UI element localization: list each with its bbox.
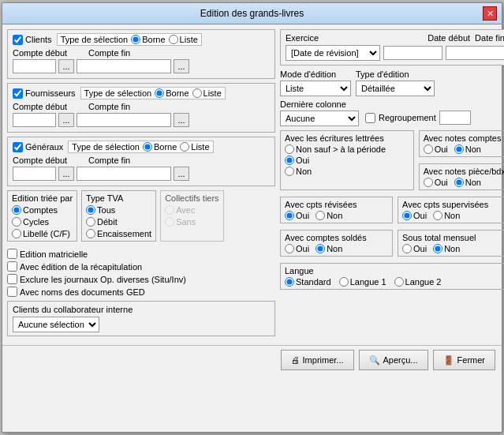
ecritures-oui-radio[interactable] (285, 156, 294, 165)
cpts-rev-non-radio[interactable] (315, 211, 325, 220)
regroupement-cb[interactable] (365, 113, 375, 123)
imprimer-button[interactable]: 🖨 Imprimer... (281, 350, 354, 370)
clients-fin-input[interactable]: Czzzzzzzzzzz (77, 59, 171, 73)
langue-section: Langue Standard Langue 1 Langue 2 (280, 263, 504, 290)
gen-debut-label: Compte début (13, 156, 68, 165)
exclure-cb[interactable] (7, 274, 17, 284)
fermer-button[interactable]: 🚪 Fermer (433, 350, 495, 370)
fournisseurs-checkbox-label[interactable]: Fournisseurs (13, 88, 76, 99)
mode-edition-select[interactable]: Liste (280, 81, 351, 96)
derniere-col-row: Dernière colonne Aucune Regroupement (280, 99, 504, 126)
gen-fin-btn[interactable]: ... (174, 167, 189, 181)
tva-debit-radio[interactable] (86, 217, 95, 227)
clients-debut-btn[interactable]: ... (58, 59, 74, 73)
recapitulation-cb[interactable] (7, 261, 17, 272)
tva-tous-radio[interactable] (86, 205, 95, 215)
cpts-rev-oui-radio[interactable] (285, 211, 294, 220)
clients-liste-radio[interactable] (169, 35, 178, 44)
clients-fin-btn[interactable]: ... (174, 59, 189, 73)
ecritures-section: Avec les écritures lettrées Non sauf > à… (280, 130, 414, 190)
search-icon: 🔍 (369, 355, 380, 366)
gen-fin-label: Compte fin (88, 156, 144, 165)
close-button[interactable]: ✕ (483, 6, 497, 21)
notes-comptes-section: Avec notes comptes Oui Non (419, 130, 504, 157)
tri-comptes-radio[interactable] (12, 205, 21, 215)
collectifs-sans-radio[interactable] (165, 217, 174, 227)
gen-liste-radio[interactable] (180, 142, 189, 152)
exercice-select[interactable]: [Date de révision] (286, 45, 380, 61)
tri-cycles-radio[interactable] (12, 217, 21, 227)
ecritures-notes-row: Avec les écritures lettrées Non sauf > à… (280, 130, 504, 193)
left-panel: Clients Type de sélection Borne Liste Co… (7, 29, 275, 340)
bottom-checkboxes: Edition matricielle Avec édition de la r… (7, 249, 275, 297)
derniere-col-select[interactable]: Aucune (280, 111, 359, 126)
soldes-row: Avec comptes soldés Oui Non Sous total m… (280, 230, 504, 260)
notes-comptes-oui-radio[interactable] (424, 144, 433, 154)
exercice-group: Exercice Date début Date fin [Date de ré… (280, 29, 504, 66)
sous-total-non-radio[interactable] (433, 244, 442, 253)
langue-standard-radio[interactable] (285, 277, 294, 287)
tva-encaissement-radio[interactable] (86, 229, 95, 238)
ecritures-non-radio[interactable] (285, 167, 294, 176)
edition-triee-group: Edition triée par Comptes Cycles Libellé… (7, 190, 77, 242)
fourn-fin-btn[interactable]: ... (174, 113, 189, 127)
cpts-sold-non-radio[interactable] (315, 244, 325, 253)
generaux-checkbox[interactable] (13, 142, 23, 152)
collectifs-avec-radio[interactable] (165, 205, 174, 215)
gen-borne-radio[interactable] (143, 142, 152, 152)
fourn-liste-radio[interactable] (192, 88, 202, 98)
fournisseurs-type-sel: Type de sélection Borne Liste (80, 87, 226, 99)
generaux-checkbox-label[interactable]: Généraux (13, 142, 63, 152)
printer-icon: 🖨 (291, 355, 300, 365)
date-debut-label: Date début (427, 33, 470, 43)
fourn-debut-input[interactable]: F (13, 113, 56, 127)
fourn-debut-btn[interactable]: ... (58, 113, 74, 127)
gen-fin-input[interactable]: 999999999999 (77, 167, 171, 181)
collab-select[interactable]: Aucune sélection (13, 317, 99, 332)
notes-piece-section: Avec notes pièce/bdx Oui Non (419, 163, 504, 190)
clients-borne-radio[interactable] (131, 35, 140, 44)
cpts-supervisees-section: Avec cpts supervisées Oui Non (398, 197, 504, 223)
apercu-button[interactable]: 🔍 Aperçu... (359, 350, 428, 370)
edition-matricielle-cb[interactable] (7, 249, 17, 259)
fourn-fin-input[interactable]: Fzzzzzzzzzzz (77, 113, 171, 127)
notes-piece-non-radio[interactable] (454, 178, 464, 187)
fourn-debut-label: Compte début (13, 102, 68, 111)
fourn-borne-radio[interactable] (155, 88, 164, 98)
noms-docs-cb[interactable] (7, 287, 17, 297)
type-tva-label: Type TVA (86, 193, 151, 203)
mode-type-row: Mode d'édition Liste Type d'édition Déta… (280, 69, 504, 96)
sous-total-oui-radio[interactable] (402, 244, 412, 253)
sous-total-title: Sous total mensuel (402, 233, 504, 242)
gen-debut-btn[interactable]: ... (58, 167, 74, 181)
mode-edition-group: Mode d'édition Liste (280, 69, 351, 96)
date-debut-input[interactable]: 01/01/2014 (383, 46, 442, 60)
clients-checkbox-label[interactable]: Clients (13, 35, 52, 45)
date-fin-input[interactable]: 30/09/2014 (446, 46, 504, 60)
notes-piece-oui-radio[interactable] (424, 178, 433, 187)
regroupement-group: Regroupement (365, 111, 471, 125)
notes-comptes-non-radio[interactable] (454, 144, 464, 154)
type-edition-label: Type d'édition (356, 69, 435, 79)
tri-libelle-radio[interactable] (12, 229, 21, 238)
cpts-sold-oui-radio[interactable] (285, 244, 294, 253)
ecritures-nonsauf-radio[interactable] (285, 144, 294, 154)
regroupement-input[interactable] (439, 111, 471, 125)
comptes-soldes-section: Avec comptes soldés Oui Non (280, 230, 393, 257)
type-edition-group: Type d'édition Détaillée (356, 69, 435, 96)
collab-title: Clients du collaborateur interne (13, 305, 270, 314)
type-edition-select[interactable]: Détaillée (356, 81, 435, 96)
date-fin-label: Date fin (475, 33, 504, 43)
clients-checkbox[interactable] (13, 35, 23, 45)
cpts-row: Avec cpts révisées Oui Non Avec cpts sup… (280, 197, 504, 227)
cpts-sup-non-radio[interactable] (433, 211, 442, 220)
title-bar: Edition des grands-livres ✕ (2, 3, 502, 24)
gen-debut-input[interactable]: 1 (13, 167, 56, 181)
langue2-radio[interactable] (394, 277, 404, 287)
derniere-col-label: Dernière colonne (280, 99, 359, 109)
fournisseurs-checkbox[interactable] (13, 88, 23, 99)
collectifs-label: Collectifs tiers (165, 193, 218, 203)
clients-debut-input[interactable]: C (13, 59, 56, 73)
langue1-radio[interactable] (339, 277, 349, 287)
cpts-sup-oui-radio[interactable] (402, 211, 412, 220)
